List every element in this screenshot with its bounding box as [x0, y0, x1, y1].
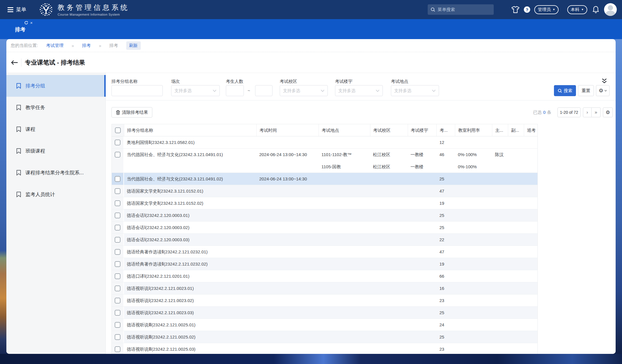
- column-header-2[interactable]: 考试时间: [256, 124, 319, 136]
- table-row[interactable]: 德语视听说Ⅲ(23242.2.121.0025.02)25: [112, 331, 537, 343]
- breadcrumb-refresh-button[interactable]: 刷新: [126, 41, 141, 50]
- theme-shirt-icon[interactable]: [511, 6, 520, 14]
- table-row[interactable]: 奥地利国情Ⅱ(23242.3.121.0582.01)12: [112, 136, 537, 149]
- column-header-9[interactable]: 副...: [508, 124, 524, 136]
- table-row[interactable]: 德语会话Ⅰ(23242.2.120.0003.01)25: [112, 209, 537, 222]
- cell-exam-place: [319, 234, 370, 246]
- row-checkbox[interactable]: [115, 176, 120, 182]
- help-icon[interactable]: ?: [524, 6, 530, 13]
- cell-patrol: [524, 270, 537, 282]
- column-header-7[interactable]: 教室利用率: [455, 124, 492, 136]
- row-checkbox[interactable]: [115, 322, 120, 328]
- table-row[interactable]: 德语视听说Ⅰ(23242.2.121.0023.03)25: [112, 307, 537, 319]
- tab-refresh-icon[interactable]: [24, 21, 28, 25]
- cell-exam-building: [408, 295, 437, 306]
- sidebar-item-5[interactable]: 课程排考结果分考生院系...: [6, 162, 105, 184]
- row-checkbox[interactable]: [115, 298, 120, 303]
- filter-input-min[interactable]: [226, 85, 244, 96]
- sidebar-item-6[interactable]: 监考人员统计: [6, 184, 105, 205]
- filter-select-2[interactable]: 支持多选: [171, 85, 220, 96]
- back-button[interactable]: [11, 59, 18, 66]
- row-checkbox[interactable]: [115, 237, 120, 243]
- filter-select-6[interactable]: 支持多选: [391, 85, 439, 96]
- user-avatar[interactable]: [604, 3, 617, 16]
- cell-exam-campus: [370, 343, 408, 354]
- select-all-checkbox[interactable]: [115, 127, 121, 133]
- tab-close-icon[interactable]: ×: [30, 21, 33, 25]
- table-row[interactable]: 德语视听说Ⅲ(23242.2.121.0025.01)24: [112, 319, 537, 331]
- clear-results-button[interactable]: 清除排考结果: [111, 107, 152, 118]
- sidebar-item-3[interactable]: 课程: [6, 118, 105, 140]
- cell-student-count: 25: [436, 209, 455, 221]
- column-header-4[interactable]: 考试校区: [370, 124, 408, 136]
- row-checkbox[interactable]: [115, 225, 120, 231]
- column-header-1[interactable]: 排考分组名称: [124, 124, 256, 136]
- row-checkbox-cell: [112, 343, 124, 354]
- column-header-6[interactable]: 考...: [436, 124, 455, 136]
- table-row[interactable]: 德语视听说Ⅰ(23242.2.121.0023.01)16: [112, 282, 537, 295]
- row-checkbox-cell: [112, 222, 124, 233]
- cell-exam-place: 1101-1102-教™1105-国教: [319, 149, 370, 173]
- column-header-8[interactable]: 主...: [492, 124, 508, 136]
- table-settings-button[interactable]: ⚙: [603, 107, 613, 117]
- cell-vice-proctor: [508, 222, 524, 233]
- cell-patrol: [524, 246, 537, 258]
- pagination-next-button[interactable]: ›: [583, 107, 592, 117]
- cell-vice-proctor: [508, 307, 524, 319]
- cell-vice-proctor: [508, 331, 524, 343]
- row-checkbox[interactable]: [115, 140, 120, 145]
- filter-input-max[interactable]: [255, 85, 272, 96]
- column-header-10[interactable]: 巡考: [524, 124, 537, 136]
- table-row[interactable]: 德语国家文学史Ⅱ(23242.3.121.0152.01)47: [112, 185, 537, 197]
- table-row[interactable]: 德语会话Ⅰ(23242.2.120.0003.03)22: [112, 234, 537, 246]
- cell-exam-place: [319, 258, 370, 270]
- table-row[interactable]: 德语视听说Ⅲ(23242.2.121.0025.03)23: [112, 343, 537, 354]
- table-row[interactable]: 德语口译Ⅰ(23242.2.121.0201.01)66: [112, 270, 537, 282]
- menu-toggle-button[interactable]: 菜单: [8, 6, 26, 13]
- table-row[interactable]: 德语视听说Ⅰ(23242.2.121.0023.02)23: [112, 295, 537, 307]
- sidebar-item-2[interactable]: 教学任务: [6, 97, 105, 118]
- row-checkbox[interactable]: [115, 188, 120, 194]
- notifications-bell-icon[interactable]: [592, 6, 600, 14]
- table-row[interactable]: 当代德国社会、经济与文化(23242.3.121.0491.02)2024-06…: [112, 173, 537, 185]
- cell-group-name: 当代德国社会、经济与文化(23242.3.121.0491.02): [124, 173, 256, 185]
- filter-select-5[interactable]: 支持多选: [335, 85, 383, 96]
- search-button[interactable]: 搜索: [554, 85, 576, 96]
- table-row[interactable]: 德语会话Ⅰ(23242.2.120.0003.02)25: [112, 222, 537, 234]
- sidebar-item-1[interactable]: 排考分组: [6, 75, 105, 97]
- tab-paikao[interactable]: 排考: [15, 26, 25, 33]
- bookmark-icon: [16, 126, 21, 132]
- row-checkbox[interactable]: [115, 286, 120, 291]
- reset-button[interactable]: 重置: [578, 85, 594, 96]
- row-checkbox[interactable]: [115, 152, 120, 158]
- row-checkbox[interactable]: [115, 273, 120, 279]
- breadcrumb-item[interactable]: 考试管理: [46, 43, 63, 48]
- column-header-5[interactable]: 考试楼宇: [408, 124, 437, 136]
- table-row[interactable]: 德语经典著作选读Ⅱ(23242.2.121.0232.02)19: [112, 258, 537, 270]
- row-checkbox[interactable]: [115, 261, 120, 267]
- breadcrumb-item[interactable]: 排考: [82, 43, 91, 48]
- row-checkbox[interactable]: [115, 310, 120, 316]
- cell-vice-proctor: [508, 295, 524, 306]
- table-row[interactable]: 当代德国社会、经济与文化(23242.3.121.0491.01)2024-06…: [112, 149, 537, 173]
- cell-room-utilization: [455, 307, 492, 319]
- table-row[interactable]: 德语国家文学史Ⅱ(23242.3.121.0152.02)19: [112, 197, 537, 209]
- table-row[interactable]: 德语经典著作选读Ⅱ(23242.2.121.0232.01)47: [112, 246, 537, 258]
- filter-settings-button[interactable]: ⚙: [596, 85, 610, 96]
- row-checkbox[interactable]: [115, 200, 120, 206]
- row-checkbox[interactable]: [115, 334, 120, 340]
- filter-input-1[interactable]: [111, 85, 163, 96]
- row-checkbox[interactable]: [115, 249, 120, 255]
- row-checkbox[interactable]: [115, 346, 120, 352]
- cell-exam-time: [256, 307, 319, 319]
- collapse-filters-icon[interactable]: [601, 78, 608, 85]
- filter-select-4[interactable]: 支持多选: [280, 85, 328, 96]
- pagination-last-button[interactable]: »: [592, 107, 601, 117]
- role-dropdown[interactable]: 管理员 ▼: [534, 5, 559, 14]
- cell-exam-building: [408, 307, 437, 319]
- sidebar-item-4[interactable]: 班级课程: [6, 140, 105, 162]
- column-header-3[interactable]: 考试地点: [319, 124, 370, 136]
- menu-search-input[interactable]: 菜单搜索: [428, 4, 494, 15]
- level-dropdown[interactable]: 本科 ▼: [567, 5, 587, 14]
- row-checkbox[interactable]: [115, 213, 120, 218]
